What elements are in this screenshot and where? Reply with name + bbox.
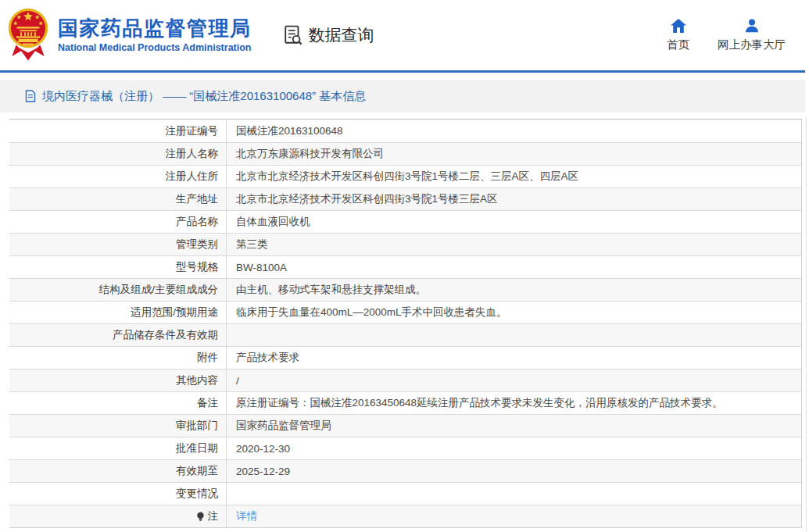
row-value: 国械注准20163100648 bbox=[227, 120, 801, 142]
table-row: 备注 原注册证编号：国械注准20163450648延续注册产品技术要求未发生变化… bbox=[9, 391, 801, 414]
data-query-label: 数据查询 bbox=[309, 24, 374, 46]
table-row: 批准日期 2020-12-30 bbox=[9, 437, 801, 459]
site-title: 国家药品监督管理局 bbox=[58, 17, 252, 40]
table-row: 其他内容 / bbox=[9, 369, 801, 391]
row-label: 附件 bbox=[9, 347, 227, 369]
row-label: 产品储存条件及有效期 bbox=[9, 324, 227, 346]
row-value-text: 北京市北京经济技术开发区科创四街3号院1号楼三层A区 bbox=[236, 192, 498, 206]
nav-service-hall[interactable]: 网上办事大厅 bbox=[718, 18, 786, 52]
table-row: 注册人名称 北京万东康源科技开发有限公司 bbox=[9, 142, 801, 165]
row-value: 自体血液回收机 bbox=[227, 211, 801, 233]
table-row: 管理类别 第三类 bbox=[9, 233, 801, 255]
table-row: 附件 产品技术要求 bbox=[9, 346, 801, 369]
row-value: 原注册证编号：国械注准20163450648延续注册产品技术要求未发生变化，沿用… bbox=[227, 392, 801, 414]
row-label: 结构及组成/主要组成成分 bbox=[9, 279, 227, 301]
row-label-text: 适用范围/预期用途 bbox=[131, 305, 218, 320]
row-value-text: / bbox=[236, 375, 239, 387]
table-row: 生产地址 北京市北京经济技术开发区科创四街3号院1号楼三层A区 bbox=[9, 187, 801, 210]
row-value: 2025-12-29 bbox=[227, 460, 801, 482]
header-divider bbox=[0, 70, 805, 73]
row-value-text: 2025-12-29 bbox=[236, 466, 290, 477]
detail-link[interactable]: 详情 bbox=[236, 509, 257, 523]
row-label: 注 bbox=[9, 505, 227, 527]
row-value-text: BW-8100A bbox=[236, 262, 287, 273]
row-value: 2020-12-30 bbox=[227, 437, 801, 459]
row-value-text: 原注册证编号：国械注准20163450648延续注册产品技术要求未发生变化，沿用… bbox=[236, 396, 723, 410]
row-label: 注册证编号 bbox=[9, 120, 227, 142]
table-row: 注册证编号 国械注准20163100648 bbox=[9, 120, 801, 142]
row-label: 管理类别 bbox=[9, 234, 227, 255]
row-label: 适用范围/预期用途 bbox=[9, 302, 227, 323]
row-value-text: 北京万东康源科技开发有限公司 bbox=[236, 147, 384, 161]
row-value-text: 由主机、移动式车架和悬挂支撑架组成。 bbox=[236, 283, 426, 297]
row-label-text: 产品名称 bbox=[176, 215, 218, 229]
row-label-text: 审批部门 bbox=[176, 419, 218, 433]
table-row: 注册人住所 北京市北京经济技术开发区科创四街3号院1号楼二层、三层A区、四层A区 bbox=[9, 165, 801, 187]
table-row: 产品名称 自体血液回收机 bbox=[9, 210, 801, 233]
row-label-text: 管理类别 bbox=[176, 237, 218, 252]
row-label: 注册人住所 bbox=[9, 166, 227, 187]
row-label: 产品名称 bbox=[9, 211, 227, 233]
document-icon bbox=[25, 90, 36, 102]
table-row: 产品储存条件及有效期 bbox=[9, 323, 801, 346]
row-value: / bbox=[227, 370, 801, 391]
row-label-text: 产品储存条件及有效期 bbox=[113, 328, 218, 342]
row-label-text: 变更情况 bbox=[176, 487, 218, 501]
row-value-text: 产品技术要求 bbox=[236, 351, 299, 365]
row-value: 北京市北京经济技术开发区科创四街3号院1号楼二层、三层A区、四层A区 bbox=[227, 166, 801, 187]
table-row: 变更情况 bbox=[9, 482, 801, 505]
row-label-text: 注册人住所 bbox=[166, 170, 219, 184]
breadcrumb: 境内医疗器械（注册） —— “国械注准20163100648” 基本信息 bbox=[42, 89, 366, 104]
row-label: 审批部门 bbox=[9, 415, 227, 437]
row-label: 型号规格 bbox=[9, 256, 227, 278]
row-value bbox=[227, 324, 801, 346]
table-row: 审批部门 国家药品监督管理局 bbox=[9, 414, 801, 437]
row-value-text: 国械注准20163100648 bbox=[236, 124, 343, 138]
row-value-text: 北京市北京经济技术开发区科创四街3号院1号楼二层、三层A区、四层A区 bbox=[236, 170, 578, 184]
row-label-text: 注 bbox=[208, 509, 219, 523]
row-value-text: 国家药品监督管理局 bbox=[236, 419, 331, 433]
row-label-text: 其他内容 bbox=[176, 373, 218, 387]
search-document-icon bbox=[283, 25, 303, 45]
row-value-text: 2020-12-30 bbox=[236, 443, 290, 455]
row-value: 临床用于失血量在400mL—2000mL手术中回收患者失血。 bbox=[227, 302, 801, 323]
home-icon bbox=[670, 18, 687, 34]
row-value: BW-8100A bbox=[227, 256, 801, 278]
table-row: 有效期至 2025-12-29 bbox=[9, 459, 801, 482]
row-value: 北京市北京经济技术开发区科创四街3号院1号楼三层A区 bbox=[227, 188, 801, 210]
nav-home[interactable]: 首页 bbox=[667, 18, 689, 52]
breadcrumb-bar: 境内医疗器械（注册） —— “国械注准20163100648” 基本信息 bbox=[0, 80, 805, 112]
row-label: 有效期至 bbox=[9, 460, 227, 482]
row-label: 生产地址 bbox=[9, 188, 227, 210]
scrollbar-track[interactable] bbox=[806, 117, 807, 532]
brand-block: 国家药品监督管理局 National Medical Products Admi… bbox=[58, 17, 252, 54]
table-row: 型号规格 BW-8100A bbox=[9, 255, 801, 278]
nav-home-label: 首页 bbox=[667, 37, 689, 52]
page-header: 国家药品监督管理局 National Medical Products Admi… bbox=[0, 0, 809, 70]
user-icon bbox=[744, 18, 760, 34]
national-emblem-logo bbox=[7, 7, 49, 63]
header-nav: 首页 网上办事大厅 bbox=[667, 18, 786, 52]
row-label-text: 型号规格 bbox=[176, 260, 218, 274]
row-label-text: 生产地址 bbox=[176, 192, 218, 206]
row-label-text: 备注 bbox=[197, 396, 218, 410]
row-value: 产品技术要求 bbox=[227, 347, 801, 369]
row-value: 由主机、移动式车架和悬挂支撑架组成。 bbox=[227, 279, 801, 301]
nav-service-hall-label: 网上办事大厅 bbox=[718, 37, 786, 52]
row-label-text: 有效期至 bbox=[176, 464, 218, 478]
row-value-text: 自体血液回收机 bbox=[236, 215, 310, 229]
row-value bbox=[227, 483, 801, 505]
row-label-text: 结构及组成/主要组成成分 bbox=[99, 283, 218, 297]
data-query-entry[interactable]: 数据查询 bbox=[283, 24, 374, 46]
row-value: 国家药品监督管理局 bbox=[227, 415, 801, 437]
row-value-text: 第三类 bbox=[236, 237, 268, 252]
row-label-text: 附件 bbox=[197, 351, 218, 365]
table-row: 注 详情 bbox=[9, 505, 801, 527]
row-label-text: 批准日期 bbox=[176, 441, 218, 455]
registration-info-table: 注册证编号 国械注准20163100648 注册人名称 北京万东康源科技开发有限… bbox=[9, 119, 802, 528]
bulb-icon bbox=[196, 512, 205, 522]
row-label: 注册人名称 bbox=[9, 143, 227, 165]
row-value: 第三类 bbox=[227, 234, 801, 255]
table-row: 结构及组成/主要组成成分 由主机、移动式车架和悬挂支撑架组成。 bbox=[9, 278, 801, 301]
row-label: 变更情况 bbox=[9, 483, 227, 505]
